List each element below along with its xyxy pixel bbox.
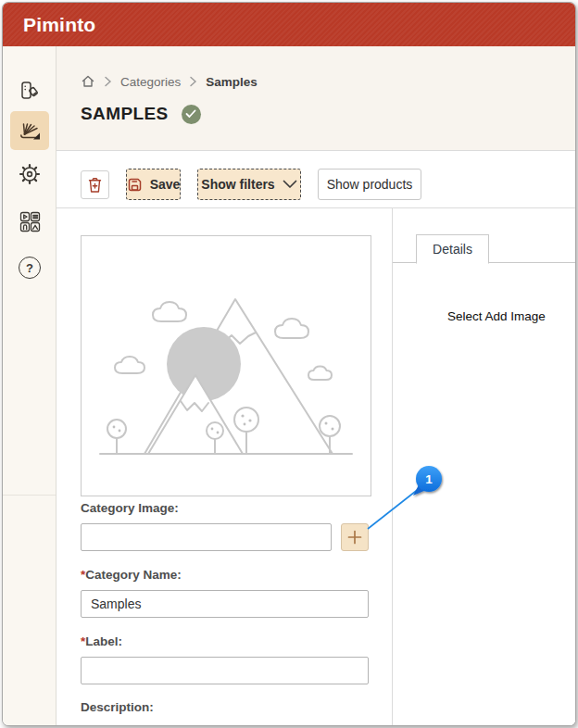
image-preview bbox=[81, 235, 371, 496]
sidebar-divider bbox=[3, 495, 56, 496]
save-label: Save bbox=[150, 177, 181, 192]
sidebar-item-help[interactable]: ? bbox=[10, 248, 49, 287]
app-title: Piminto bbox=[23, 14, 95, 36]
status-badge bbox=[182, 105, 201, 124]
breadcrumb-item-categories[interactable]: Categories bbox=[120, 75, 181, 89]
main-panel: Category Image: *Category Name: *Label: … bbox=[57, 208, 575, 725]
category-name-label: *Category Name: bbox=[81, 568, 182, 582]
save-button[interactable]: Save bbox=[126, 169, 181, 200]
tab-details-label: Details bbox=[433, 242, 472, 257]
show-products-button[interactable]: Show products bbox=[318, 169, 421, 200]
show-filters-label: Show filters bbox=[201, 177, 274, 192]
delete-button[interactable] bbox=[81, 170, 109, 199]
plus-icon bbox=[347, 530, 362, 545]
sidebar-item-media[interactable] bbox=[10, 202, 49, 241]
category-name-input[interactable] bbox=[81, 590, 369, 618]
details-panel: Details bbox=[393, 208, 575, 725]
check-icon bbox=[185, 109, 196, 119]
callout-text: Select Add Image bbox=[447, 309, 546, 323]
home-icon[interactable] bbox=[81, 74, 95, 89]
title-row: SAMPLES bbox=[81, 104, 201, 124]
chevron-right-icon bbox=[189, 76, 197, 87]
top-band: Categories Samples SAMPLES bbox=[57, 46, 575, 150]
label-input[interactable] bbox=[81, 657, 369, 684]
page-title: SAMPLES bbox=[81, 104, 169, 124]
toolbar: Save Show filters Show products bbox=[57, 150, 575, 208]
breadcrumb: Categories Samples bbox=[81, 74, 258, 89]
add-image-button[interactable] bbox=[341, 523, 369, 551]
chevron-right-icon bbox=[104, 76, 112, 87]
content-area: Categories Samples SAMPLES bbox=[57, 46, 575, 725]
sidebar-item-categories[interactable] bbox=[10, 111, 49, 150]
show-products-label: Show products bbox=[327, 177, 413, 192]
catalog-icon bbox=[18, 79, 42, 103]
description-label: Description: bbox=[81, 700, 154, 714]
label-label: *Label: bbox=[81, 634, 122, 648]
show-filters-button[interactable]: Show filters bbox=[197, 169, 301, 200]
sidebar-item-settings[interactable] bbox=[10, 155, 49, 194]
app-window: Piminto bbox=[2, 2, 576, 726]
help-icon: ? bbox=[19, 257, 41, 279]
details-tabs: Details bbox=[393, 234, 575, 263]
save-icon bbox=[127, 177, 143, 193]
chevron-down-icon bbox=[283, 180, 297, 189]
category-image-input[interactable] bbox=[81, 523, 332, 551]
gear-icon bbox=[17, 161, 43, 187]
categories-icon bbox=[18, 119, 43, 144]
app-header: Piminto bbox=[3, 3, 575, 46]
sidebar: ? bbox=[3, 46, 57, 725]
trash-icon bbox=[86, 175, 104, 195]
tab-details[interactable]: Details bbox=[416, 234, 489, 264]
landscape-placeholder-icon bbox=[87, 255, 365, 477]
category-image-label: Category Image: bbox=[81, 501, 179, 515]
media-grid-icon bbox=[18, 209, 42, 233]
sidebar-item-catalog[interactable] bbox=[10, 71, 49, 110]
breadcrumb-item-samples: Samples bbox=[206, 75, 258, 89]
